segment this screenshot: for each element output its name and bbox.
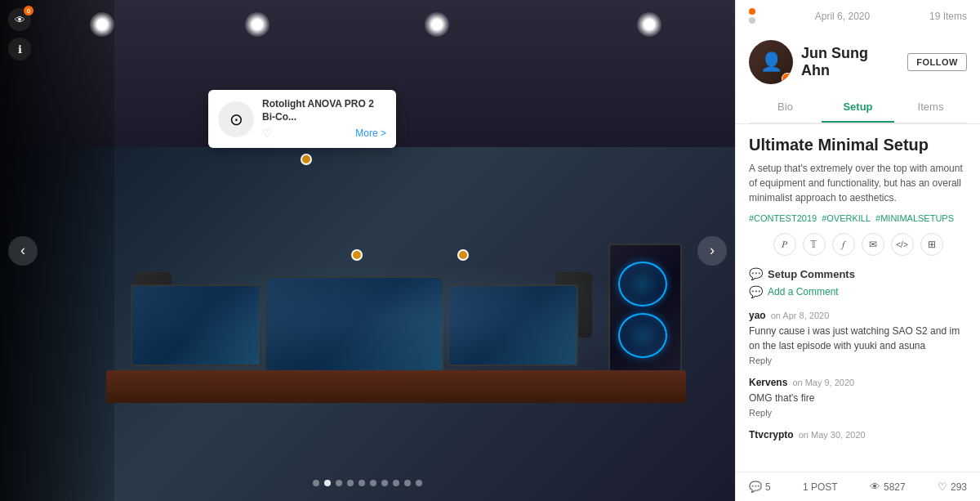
comment-date-2: on May 9, 2020 (792, 378, 854, 387)
notification-badge: 0 (24, 6, 33, 16)
setup-description: A setup that's extremely over the top wi… (749, 161, 967, 205)
link-icon[interactable]: ⊞ (920, 233, 943, 256)
dot-1[interactable] (313, 480, 319, 486)
avatar: 👤 (749, 40, 793, 84)
logo-dot-orange (749, 8, 755, 15)
next-arrow[interactable]: › (697, 236, 727, 266)
comment-date-3: on May 30, 2020 (799, 430, 866, 440)
hotspot-1[interactable] (301, 154, 312, 165)
dot-2[interactable] (324, 480, 331, 486)
footer-comment-icon: 💬 (749, 481, 762, 493)
top-icons: 👁 0 ℹ (8, 8, 31, 60)
monitor-group (131, 276, 578, 374)
main-image: ⊙ Rotolight ANOVA PRO 2 Bi-Co... ♡ More … (0, 0, 735, 501)
tooltip-heart-icon[interactable]: ♡ (262, 127, 273, 140)
footer-views-icon: 👁 (870, 481, 880, 493)
items-count: 19 Items (929, 11, 967, 22)
right-top-bar: April 6, 2020 19 Items (749, 8, 967, 24)
comment-reply-1[interactable]: Reply (749, 356, 967, 365)
twitter-icon[interactable]: 𝕋 (803, 233, 826, 256)
dot-6[interactable] (370, 480, 376, 486)
comment-date-1: on Apr 8, 2020 (771, 311, 830, 320)
tooltip-title: Rotolight ANOVA PRO 2 Bi-Co... (262, 98, 386, 123)
item-tooltip: ⊙ Rotolight ANOVA PRO 2 Bi-Co... ♡ More … (208, 90, 396, 148)
pagination-dots (313, 480, 422, 486)
footer-views-count: 5827 (884, 481, 906, 493)
tooltip-more-link[interactable]: More > (355, 127, 386, 139)
dot-3[interactable] (336, 480, 342, 486)
add-comment-link[interactable]: Add a Comment (768, 286, 839, 297)
comment-text-1: Funny cause i was just watching SAO S2 a… (749, 324, 967, 353)
footer-posts-stat: 1 POST (803, 481, 838, 493)
content-area: Ultimate Minimal Setup A setup that's ex… (736, 124, 980, 472)
logo-area (749, 8, 755, 24)
right-header: April 6, 2020 19 Items 👤 Jun Sung Ahn FO… (736, 0, 980, 124)
hashtags: #CONTEST2019 #OVERKILL #MINIMALSETUPS (749, 213, 967, 223)
comment-bubble-icon: 💬 (749, 267, 763, 280)
tab-items[interactable]: Items (894, 92, 967, 123)
hotspot-3[interactable] (457, 249, 469, 261)
setup-title: Ultimate Minimal Setup (749, 136, 967, 154)
comment-item-2: Kervens on May 9, 2020 OMG that's fire R… (749, 377, 967, 418)
comment-meta-2: Kervens on May 9, 2020 (749, 377, 967, 388)
comment-meta-3: Ttvcrypto on May 30, 2020 (749, 429, 967, 441)
logo (749, 8, 755, 24)
dot-8[interactable] (393, 480, 399, 486)
right-footer: 💬 5 1 POST 👁 5827 ♡ 293 (736, 472, 980, 501)
comment-item-1: yao on Apr 8, 2020 Funny cause i was jus… (749, 310, 967, 365)
embed-icon[interactable]: </> (891, 233, 914, 256)
tabs: Bio Setup Items (749, 92, 967, 123)
dot-5[interactable] (359, 480, 365, 486)
pc-tower (608, 244, 682, 374)
comment-meta-1: yao on Apr 8, 2020 (749, 310, 967, 321)
comment-text-2: OMG that's fire (749, 391, 967, 405)
footer-likes-icon: ♡ (938, 481, 947, 493)
profile-section: 👤 Jun Sung Ahn FOLLOW (749, 32, 967, 92)
social-icons-row: 𝑃 𝕋 𝑓 ✉ </> ⊞ (749, 233, 967, 256)
tab-bio[interactable]: Bio (749, 92, 822, 123)
avatar-verified-badge (782, 73, 793, 84)
tooltip-product-icon: ⊙ (218, 101, 254, 137)
add-comment-row: 💬 Add a Comment (749, 285, 967, 298)
image-panel: ⊙ Rotolight ANOVA PRO 2 Bi-Co... ♡ More … (0, 0, 735, 501)
footer-comments-stat: 💬 5 (749, 481, 771, 493)
comments-title: Setup Comments (768, 268, 855, 280)
dot-10[interactable] (416, 480, 422, 486)
info-button[interactable]: ℹ (8, 38, 31, 60)
profile-name: Jun Sung Ahn (801, 45, 899, 79)
hashtag-overkill[interactable]: #OVERKILL (822, 213, 871, 223)
date-label: April 6, 2020 (815, 11, 870, 22)
email-icon[interactable]: ✉ (862, 233, 884, 256)
logo-dot-gray (749, 17, 755, 24)
comment-author-2: Kervens (749, 377, 787, 388)
hashtag-contest[interactable]: #CONTEST2019 (749, 213, 817, 223)
dot-4[interactable] (347, 480, 354, 486)
comment-reply-2[interactable]: Reply (749, 408, 967, 418)
prev-arrow[interactable]: ‹ (8, 236, 38, 266)
hotspot-2[interactable] (351, 249, 363, 261)
add-comment-icon: 💬 (749, 285, 763, 298)
comment-item-3: Ttvcrypto on May 30, 2020 (749, 429, 967, 441)
follow-button[interactable]: FOLLOW (907, 53, 967, 71)
footer-comments-count: 5 (765, 481, 771, 493)
footer-views-stat: 👁 5827 (870, 481, 906, 493)
comment-author-3: Ttvcrypto (749, 429, 794, 441)
comment-author-1: yao (749, 310, 766, 321)
profile-info: Jun Sung Ahn (801, 45, 899, 79)
footer-posts-count: 1 POST (803, 481, 838, 493)
tab-setup[interactable]: Setup (822, 92, 894, 123)
dot-7[interactable] (381, 480, 388, 486)
right-panel: April 6, 2020 19 Items 👤 Jun Sung Ahn FO… (735, 0, 980, 501)
hashtag-minimal[interactable]: #MINIMALSETUPS (875, 213, 954, 223)
footer-likes-stat: ♡ 293 (938, 481, 967, 493)
pinterest-icon[interactable]: 𝑃 (773, 233, 796, 256)
dot-9[interactable] (404, 480, 411, 486)
desk-surface (106, 370, 686, 403)
facebook-icon[interactable]: 𝑓 (832, 233, 855, 256)
comments-section: 💬 Setup Comments 💬 Add a Comment yao on … (749, 267, 967, 441)
footer-likes-count: 293 (951, 481, 967, 493)
comments-header: 💬 Setup Comments (749, 267, 967, 280)
tooltip-content: Rotolight ANOVA PRO 2 Bi-Co... ♡ More > (262, 98, 386, 140)
eye-button[interactable]: 👁 0 (8, 8, 31, 31)
